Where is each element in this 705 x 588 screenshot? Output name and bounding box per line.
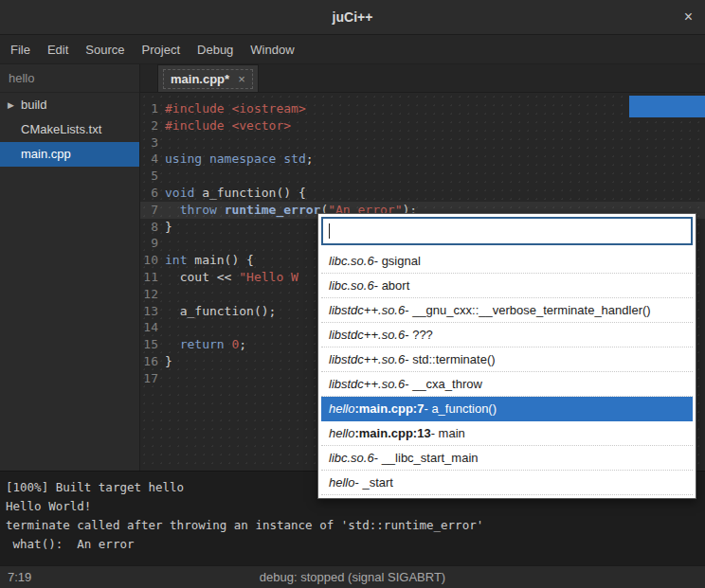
tree-item-label: CMakeLists.txt	[21, 122, 101, 136]
menu-item-edit[interactable]: Edit	[39, 35, 77, 63]
line-number: 6	[140, 185, 165, 202]
menu-item-window[interactable]: Window	[242, 35, 302, 63]
code-text: #include <vector>	[165, 117, 291, 134]
code-text: using namespace std;	[165, 151, 314, 168]
backtrace-item[interactable]: libc.so.6 - gsignal	[321, 249, 693, 274]
line-number: 7	[140, 202, 165, 219]
cursor-position: 7:19	[0, 570, 31, 584]
code-text: }	[165, 353, 172, 370]
output-line: Hello World!	[6, 497, 699, 516]
code-line-4[interactable]: 4using namespace std;	[140, 151, 705, 168]
code-line-1[interactable]: 1#include <iostream>	[140, 100, 705, 117]
line-number: 16	[140, 353, 165, 370]
line-number: 5	[140, 168, 165, 185]
backtrace-popup: libc.so.6 - gsignallibc.so.6 - abortlibs…	[317, 213, 696, 499]
menu-item-project[interactable]: Project	[134, 35, 189, 63]
project-name: hello	[0, 64, 139, 93]
code-text: int main() {	[165, 252, 254, 269]
line-number: 2	[140, 117, 165, 134]
backtrace-list: libc.so.6 - gsignallibc.so.6 - abortlibs…	[321, 249, 693, 495]
close-icon[interactable]: ×	[684, 9, 693, 25]
line-number: 11	[140, 269, 165, 286]
line-number: 4	[140, 151, 165, 168]
backtrace-item[interactable]: libc.so.6 - abort	[321, 274, 693, 298]
file-tree: ▶buildCMakeLists.txtmain.cpp	[0, 93, 139, 167]
popup-filter-input[interactable]	[321, 217, 693, 245]
output-line: terminate called after throwing an insta…	[6, 516, 699, 535]
code-text: return 0;	[165, 336, 246, 353]
tree-item-label: main.cpp	[21, 147, 71, 161]
backtrace-item[interactable]: hello:main.cpp:13 - main	[321, 421, 693, 446]
title-bar: juCi++ ×	[0, 0, 705, 35]
tree-item-build[interactable]: ▶build	[0, 93, 139, 117]
line-number: 9	[140, 235, 165, 252]
backtrace-item[interactable]: libstdc++.so.6 - std::terminate()	[321, 347, 693, 372]
line-number: 1	[140, 100, 165, 117]
code-text: a_function();	[165, 303, 276, 320]
tab-inner: main.cpp* ×	[163, 69, 253, 89]
backtrace-item[interactable]: hello:main.cpp:7 - a_function()	[321, 397, 693, 421]
line-number: 10	[140, 252, 165, 269]
backtrace-item[interactable]: libstdc++.so.6 - __cxa_throw	[321, 372, 693, 397]
line-number: 12	[140, 286, 165, 303]
tab-label: main.cpp*	[171, 72, 229, 86]
tab-close-icon[interactable]: ×	[238, 72, 245, 86]
code-line-2[interactable]: 2#include <vector>	[140, 117, 705, 134]
menu-item-file[interactable]: File	[2, 35, 39, 63]
code-text: void a_function() {	[165, 185, 306, 202]
code-line-6[interactable]: 6void a_function() {	[140, 185, 705, 202]
expander-icon[interactable]: ▶	[8, 93, 14, 117]
sidebar: hello ▶buildCMakeLists.txtmain.cpp	[0, 64, 140, 471]
code-text: }	[165, 219, 172, 236]
backtrace-item[interactable]: hello - _start	[321, 471, 693, 495]
line-number: 3	[140, 134, 165, 151]
output-line: what(): An error	[6, 535, 699, 554]
code-text: cout << "Hello W	[165, 269, 298, 286]
debug-status: debug: stopped (signal SIGABRT)	[260, 570, 445, 584]
tree-item-label: build	[21, 98, 46, 112]
line-number: 15	[140, 336, 165, 353]
line-number: 8	[140, 219, 165, 236]
menu-item-source[interactable]: Source	[77, 35, 133, 63]
window-title: juCi++	[333, 9, 373, 25]
line-number: 13	[140, 303, 165, 320]
menu-item-debug[interactable]: Debug	[189, 35, 242, 63]
line-number: 14	[140, 319, 165, 336]
code-line-5[interactable]: 5	[140, 168, 705, 185]
code-text: #include <iostream>	[165, 100, 306, 117]
backtrace-item[interactable]: libstdc++.so.6 - __gnu_cxx::__verbose_te…	[321, 298, 693, 323]
backtrace-item[interactable]: libstdc++.so.6 - ???	[321, 323, 693, 347]
text-caret	[329, 223, 330, 239]
backtrace-item[interactable]: libc.so.6 - __libc_start_main	[321, 446, 693, 471]
tree-item-cmakelists-txt[interactable]: CMakeLists.txt	[0, 117, 139, 142]
tree-item-main-cpp[interactable]: main.cpp	[0, 142, 139, 167]
menu-bar: FileEditSourceProjectDebugWindow	[0, 35, 705, 64]
code-line-3[interactable]: 3	[140, 134, 705, 151]
status-bar: 7:19 debug: stopped (signal SIGABRT)	[0, 565, 705, 588]
scrollbar-thumb[interactable]	[629, 96, 705, 117]
tab-bar: main.cpp* ×	[140, 64, 705, 93]
line-number: 17	[140, 370, 165, 387]
tab-main-cpp[interactable]: main.cpp* ×	[157, 64, 259, 92]
